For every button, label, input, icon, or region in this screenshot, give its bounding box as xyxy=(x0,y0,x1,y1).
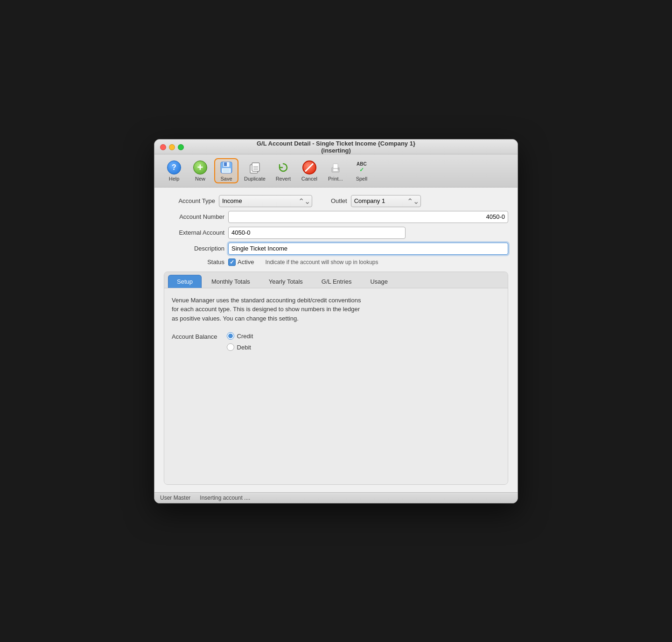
cancel-icon xyxy=(302,160,317,175)
revert-label: Revert xyxy=(276,176,291,181)
print-button[interactable]: Print... xyxy=(323,158,348,183)
account-number-input[interactable] xyxy=(228,211,508,223)
svg-rect-2 xyxy=(224,162,227,166)
setup-description: Venue Manager uses the standard accounti… xyxy=(172,296,368,323)
close-button[interactable] xyxy=(160,144,166,150)
maximize-button[interactable] xyxy=(178,144,184,150)
spell-icon: ABC ✓ xyxy=(354,160,369,175)
svg-point-13 xyxy=(337,168,339,169)
svg-rect-12 xyxy=(333,169,338,171)
traffic-lights xyxy=(160,144,184,150)
new-icon: + xyxy=(193,160,208,175)
account-type-label: Account Type xyxy=(164,197,215,204)
account-type-select-wrapper: Income ⌃⌄ xyxy=(219,195,312,207)
debit-option[interactable]: Debit xyxy=(227,343,253,351)
form-content: Account Type Income ⌃⌄ Outlet Company 1 … xyxy=(154,188,518,492)
revert-button[interactable]: Revert xyxy=(271,158,295,183)
tab-gl-entries[interactable]: G/L Entries xyxy=(313,275,361,288)
credit-radio[interactable] xyxy=(227,332,234,340)
account-type-select[interactable]: Income xyxy=(219,195,312,207)
tab-setup[interactable]: Setup xyxy=(168,275,202,288)
duplicate-icon xyxy=(247,160,262,175)
print-icon xyxy=(328,160,343,175)
minimize-button[interactable] xyxy=(169,144,175,150)
tab-usage[interactable]: Usage xyxy=(361,275,397,288)
help-button[interactable]: ? Help xyxy=(162,158,186,183)
tab-yearly-totals[interactable]: Yearly Totals xyxy=(260,275,312,288)
status-bar: User Master Inserting account .... xyxy=(154,492,518,503)
duplicate-label: Duplicate xyxy=(244,176,266,181)
active-label: Active xyxy=(238,258,254,265)
main-window: G/L Account Detail - Single Ticket Incom… xyxy=(154,139,518,503)
save-button[interactable]: Save xyxy=(214,158,238,183)
svg-rect-11 xyxy=(333,164,338,168)
revert-icon xyxy=(276,160,291,175)
cancel-label: Cancel xyxy=(301,176,317,181)
save-icon xyxy=(219,160,234,175)
active-checkbox-wrapper: Active xyxy=(228,258,254,266)
help-label: Help xyxy=(169,176,180,181)
credit-label: Credit xyxy=(237,333,253,340)
duplicate-button[interactable]: Duplicate xyxy=(240,158,269,183)
new-label: New xyxy=(195,176,205,181)
debit-radio[interactable] xyxy=(227,343,234,351)
title-bar: G/L Account Detail - Single Ticket Incom… xyxy=(154,140,518,154)
cancel-button[interactable]: Cancel xyxy=(297,158,322,183)
account-balance-label: Account Balance xyxy=(172,332,217,340)
tab-monthly-totals[interactable]: Monthly Totals xyxy=(203,275,259,288)
status-hint: Indicate if the account will show up in … xyxy=(265,259,378,265)
account-type-row: Account Type Income ⌃⌄ Outlet Company 1 … xyxy=(164,195,508,207)
new-button[interactable]: + New xyxy=(188,158,212,183)
account-number-label: Account Number xyxy=(164,213,224,220)
description-label: Description xyxy=(164,245,224,252)
description-input[interactable] xyxy=(228,243,508,255)
radio-group: Credit Debit xyxy=(227,332,253,351)
spell-button[interactable]: ABC ✓ Spell xyxy=(350,158,374,183)
account-number-row: Account Number xyxy=(164,211,508,223)
spell-label: Spell xyxy=(356,176,367,181)
tabs-wrapper: Setup Monthly Totals Yearly Totals G/L E… xyxy=(164,272,508,485)
external-account-row: External Account xyxy=(164,227,508,239)
outlet-select[interactable]: Company 1 xyxy=(351,195,421,207)
toolbar: ? Help + New Save xyxy=(154,154,518,188)
outlet-label: Outlet xyxy=(331,197,347,204)
external-account-input[interactable] xyxy=(228,227,406,239)
debit-label: Debit xyxy=(237,344,251,351)
status-row: Status Active Indicate if the account wi… xyxy=(164,258,508,266)
svg-rect-6 xyxy=(252,163,259,171)
description-row: Description xyxy=(164,243,508,255)
help-icon: ? xyxy=(167,160,182,175)
outlet-select-wrapper: Company 1 ⌃⌄ xyxy=(351,195,421,207)
svg-rect-4 xyxy=(223,169,230,172)
external-account-label: External Account xyxy=(164,229,224,236)
credit-option[interactable]: Credit xyxy=(227,332,253,340)
print-label: Print... xyxy=(328,176,343,181)
save-label: Save xyxy=(220,176,232,181)
status-message: Inserting account .... xyxy=(200,495,250,501)
window-title: G/L Account Detail - Single Ticket Incom… xyxy=(245,140,427,154)
tab-content-setup: Venue Manager uses the standard accounti… xyxy=(164,288,508,484)
tabs-header: Setup Monthly Totals Yearly Totals G/L E… xyxy=(164,272,508,288)
status-label: Status xyxy=(164,258,224,265)
status-user: User Master xyxy=(160,495,190,501)
account-balance-section: Account Balance Credit Debit xyxy=(172,332,500,351)
active-checkbox[interactable] xyxy=(228,258,236,266)
